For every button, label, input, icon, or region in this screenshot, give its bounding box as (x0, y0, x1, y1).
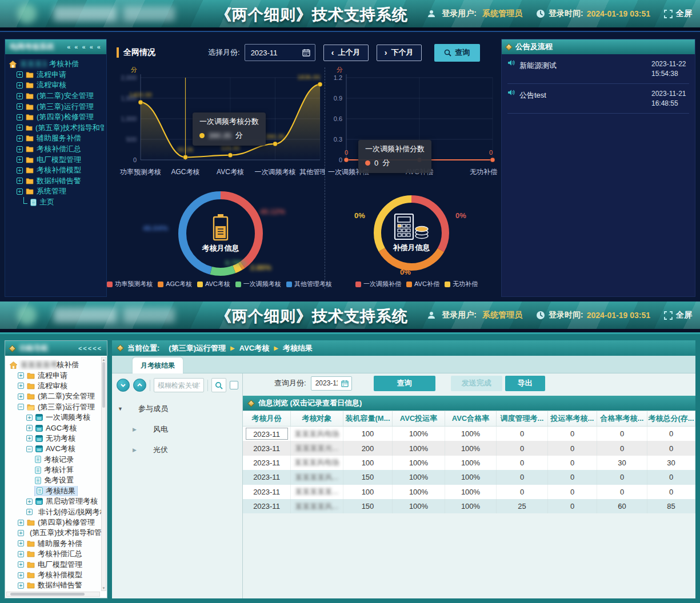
table-query-button[interactable]: 查询 (374, 376, 435, 391)
prev-month-button[interactable]: ‹上个月 (323, 45, 369, 61)
member-tree-root[interactable]: ▼参与成员 (118, 399, 168, 419)
legend-item[interactable]: 功率预测考核 (107, 280, 153, 288)
legend-item[interactable]: AVC补偿 (406, 280, 439, 288)
fullscreen-button[interactable]: 全屏 (664, 9, 692, 19)
tree-item[interactable]: +(第二章)安全管理 (9, 91, 104, 102)
nav-tree-item[interactable]: 某某某某考核补偿 (8, 360, 106, 370)
query-month-picker[interactable] (311, 376, 352, 391)
expand-node-icon[interactable]: + (17, 135, 23, 142)
expand-node-icon[interactable]: + (17, 188, 23, 195)
nav-tree-item[interactable]: −AVC考核 (8, 444, 106, 454)
tree-item[interactable]: +(第三章)运行管理 (9, 101, 104, 112)
month-picker[interactable] (245, 44, 315, 61)
tree-item[interactable]: +流程申请 (9, 70, 104, 81)
expand-node-icon[interactable]: + (18, 540, 24, 546)
expand-node-icon[interactable]: + (17, 114, 23, 120)
tree-item[interactable]: +辅助服务补偿 (9, 133, 104, 144)
legend-item[interactable]: AVC考核 (197, 280, 230, 288)
nav-tree-item[interactable]: +无功考核 (8, 433, 106, 444)
member-search-input[interactable] (154, 378, 204, 392)
nav-tree-item[interactable]: +(第二章)安全管理 (8, 391, 106, 401)
member-tree-item[interactable]: ▶光伏 (118, 440, 168, 460)
table-row[interactable]: 2023-11某某某某风...150100%100%0000 (243, 470, 695, 484)
column-header[interactable]: AVC投运率 (393, 411, 445, 426)
member-search-button[interactable] (211, 378, 226, 392)
collapse-all-button[interactable] (133, 379, 146, 392)
tree-item[interactable]: +系统管理 (9, 186, 104, 197)
expand-node-icon[interactable]: + (26, 509, 33, 515)
column-header[interactable]: 装机容量(M... (343, 411, 393, 426)
column-header[interactable]: 调度管理考... (497, 411, 548, 426)
tree-item[interactable]: +考核补偿模型 (9, 165, 104, 176)
announcement-item[interactable]: 公告test2023-11-2116:48:55 (507, 84, 689, 114)
horizontal-scrollbar[interactable] (6, 592, 100, 597)
table-row[interactable]: 2023-11某某某某某...100100%100%0000 (243, 485, 695, 499)
expand-node-icon[interactable]: + (17, 146, 23, 152)
nav-tree-item-selected[interactable]: 考核结果 (8, 486, 106, 496)
column-header[interactable]: 考核总分(存... (647, 411, 695, 426)
tab-monthly-results[interactable]: 月考核结果 (133, 357, 183, 373)
expand-node-icon[interactable]: + (26, 425, 33, 431)
breadcrumb-part[interactable]: AVC考核 (239, 343, 269, 353)
tree-item[interactable]: +考核补偿汇总 (9, 144, 104, 155)
expand-node-icon[interactable]: + (18, 582, 24, 589)
expand-node-icon[interactable]: + (17, 156, 23, 163)
send-complete-button[interactable]: 发送完成 (451, 376, 502, 391)
tree-item[interactable]: +流程审核 (9, 80, 104, 91)
nav-tree-item[interactable]: +考核补偿汇总 (8, 549, 106, 559)
legend-item[interactable]: 无功补偿 (445, 280, 478, 288)
expand-node-icon[interactable]: + (17, 178, 23, 184)
column-header[interactable]: AVC合格率 (445, 411, 497, 426)
expand-node-icon[interactable]: + (17, 103, 23, 110)
table-row[interactable]: 2023-11某某某风电场100100%100%0000 (243, 427, 695, 441)
tree-item[interactable]: +(第四章)检修管理 (9, 112, 104, 123)
expand-node-icon[interactable]: + (26, 435, 33, 441)
expand-node-icon[interactable]: + (17, 124, 23, 131)
nav-tree-item[interactable]: +黑启动管理考核 (8, 496, 106, 506)
expand-node-icon[interactable]: + (26, 415, 33, 421)
calendar-icon[interactable] (302, 49, 310, 57)
column-header[interactable]: 投运率考核... (548, 411, 597, 426)
collapse-node-icon[interactable]: − (26, 446, 33, 452)
expand-node-icon[interactable]: + (17, 82, 23, 89)
export-button[interactable]: 导出 (505, 376, 545, 391)
expand-node-icon[interactable]: + (17, 167, 23, 174)
expand-node-icon[interactable]: + (18, 551, 24, 557)
collapse-node-icon[interactable]: − (18, 404, 24, 410)
column-header[interactable]: 合格率考核... (597, 411, 647, 426)
expand-node-icon[interactable]: + (18, 520, 24, 526)
nav-tree-item[interactable]: +辅助服务补偿 (8, 538, 106, 549)
nav-tree-item[interactable]: +流程审核 (8, 381, 106, 391)
table-row[interactable]: 2023-11某某某风电场100100%100%003030 (243, 456, 695, 470)
nav-tree-item[interactable]: +电厂模型管理 (8, 559, 106, 569)
nav-tree-item[interactable]: +流程申请 (8, 370, 106, 380)
expand-all-button[interactable] (117, 379, 130, 392)
expand-node-icon[interactable]: + (18, 372, 24, 379)
nav-tree-item[interactable]: −(第三章)运行管理 (8, 402, 106, 412)
nav-tree-item[interactable]: +考核补偿模型 (8, 570, 106, 580)
column-header[interactable]: 考核对象 (291, 411, 343, 426)
fullscreen-button-2[interactable]: 全屏 (664, 310, 692, 320)
tree-item[interactable]: +数据纠错告警 (9, 176, 104, 187)
member-checkbox[interactable] (230, 381, 238, 389)
legend-item[interactable]: 一次调频考核 (235, 280, 281, 288)
expand-node-icon[interactable]: + (18, 393, 24, 400)
vertical-scrollbar[interactable]: ▲▼ (101, 357, 106, 591)
legend-item[interactable]: 其他管理考核 (286, 280, 332, 288)
nav-tree-item[interactable]: 考核记录 (8, 455, 106, 465)
table-row[interactable]: 2023-11某某某某风...150100%100%2506085 (243, 499, 695, 513)
next-month-button[interactable]: ›下个月 (377, 45, 422, 61)
query-button[interactable]: 查询 (434, 44, 480, 62)
nav-tree-item[interactable]: +(第五章)技术指导和管理 (8, 528, 106, 538)
month-picker-input[interactable] (250, 48, 302, 58)
expand-node-icon[interactable]: + (17, 71, 23, 78)
legend-item[interactable]: 一次调频补偿 (355, 280, 401, 288)
calendar-icon-2[interactable] (341, 380, 349, 387)
nav-tree-item[interactable]: 考核计算 (8, 465, 106, 475)
focused-cell[interactable]: 2023-11 (246, 428, 288, 440)
nav-tree-item[interactable]: +非计划停运/脱网考核 (8, 506, 106, 517)
announcement-item[interactable]: 新能源测试2023-11-2215:54:38 (507, 54, 689, 84)
expand-node-icon[interactable]: + (18, 561, 24, 568)
nav-tree-item[interactable]: +一次调频考核 (8, 412, 106, 423)
expand-node-icon[interactable]: + (26, 499, 33, 505)
